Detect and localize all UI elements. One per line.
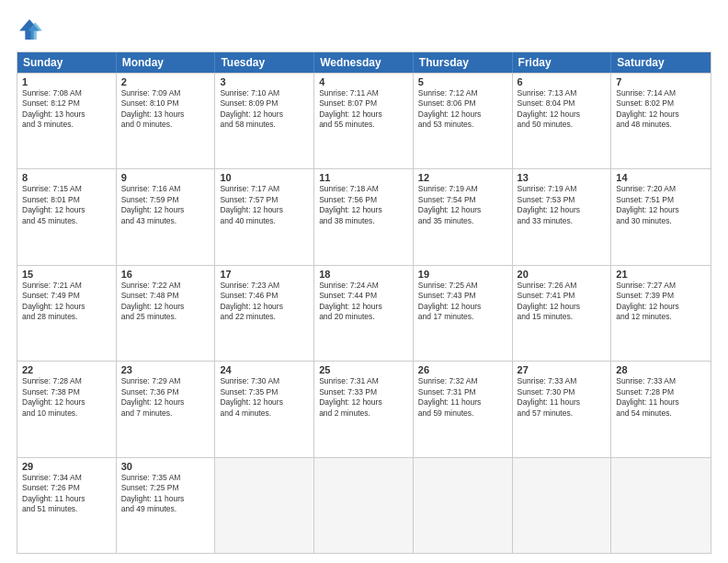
day-info: Sunrise: 7:17 AM Sunset: 7:57 PM Dayligh… bbox=[220, 184, 309, 226]
day-info: Sunrise: 7:22 AM Sunset: 7:48 PM Dayligh… bbox=[121, 281, 210, 323]
calendar-cell: 14Sunrise: 7:20 AM Sunset: 7:51 PM Dayli… bbox=[611, 169, 711, 264]
day-info: Sunrise: 7:12 AM Sunset: 8:06 PM Dayligh… bbox=[418, 88, 507, 131]
calendar-cell: 3Sunrise: 7:10 AM Sunset: 8:09 PM Daylig… bbox=[215, 74, 314, 168]
day-info: Sunrise: 7:09 AM Sunset: 8:10 PM Dayligh… bbox=[121, 88, 210, 131]
calendar-cell: 20Sunrise: 7:26 AM Sunset: 7:41 PM Dayli… bbox=[513, 266, 612, 361]
weekday-header: Saturday bbox=[611, 52, 711, 73]
day-info: Sunrise: 7:19 AM Sunset: 7:54 PM Dayligh… bbox=[418, 184, 507, 226]
calendar-cell: 13Sunrise: 7:19 AM Sunset: 7:53 PM Dayli… bbox=[513, 169, 612, 264]
logo-icon bbox=[17, 17, 42, 42]
weekday-header: Thursday bbox=[414, 52, 513, 73]
calendar-cell bbox=[611, 458, 711, 553]
day-info: Sunrise: 7:20 AM Sunset: 7:51 PM Dayligh… bbox=[616, 184, 706, 226]
day-info: Sunrise: 7:24 AM Sunset: 7:44 PM Dayligh… bbox=[319, 281, 408, 323]
header bbox=[17, 17, 711, 42]
weekday-header: Wednesday bbox=[314, 52, 414, 73]
day-number: 12 bbox=[418, 172, 507, 183]
weekday-header: Sunday bbox=[17, 52, 117, 73]
day-number: 23 bbox=[121, 364, 210, 375]
calendar-cell: 2Sunrise: 7:09 AM Sunset: 8:10 PM Daylig… bbox=[117, 74, 216, 168]
day-number: 13 bbox=[518, 172, 607, 183]
day-number: 24 bbox=[220, 364, 309, 375]
calendar-cell: 9Sunrise: 7:16 AM Sunset: 7:59 PM Daylig… bbox=[117, 169, 216, 264]
day-number: 30 bbox=[121, 461, 210, 472]
calendar-cell bbox=[414, 458, 513, 553]
calendar-cell: 29Sunrise: 7:34 AM Sunset: 7:26 PM Dayli… bbox=[17, 458, 117, 553]
page: SundayMondayTuesdayWednesdayThursdayFrid… bbox=[0, 0, 728, 563]
day-number: 17 bbox=[220, 269, 309, 280]
day-number: 28 bbox=[616, 364, 706, 375]
day-info: Sunrise: 7:34 AM Sunset: 7:26 PM Dayligh… bbox=[22, 473, 111, 515]
calendar-body: 1Sunrise: 7:08 AM Sunset: 8:12 PM Daylig… bbox=[17, 73, 711, 553]
calendar-cell: 24Sunrise: 7:30 AM Sunset: 7:35 PM Dayli… bbox=[215, 362, 314, 456]
calendar-row: 22Sunrise: 7:28 AM Sunset: 7:38 PM Dayli… bbox=[17, 361, 711, 456]
day-number: 10 bbox=[220, 172, 309, 183]
calendar-cell: 12Sunrise: 7:19 AM Sunset: 7:54 PM Dayli… bbox=[414, 169, 513, 264]
calendar-row: 15Sunrise: 7:21 AM Sunset: 7:49 PM Dayli… bbox=[17, 265, 711, 361]
calendar-cell: 28Sunrise: 7:33 AM Sunset: 7:28 PM Dayli… bbox=[611, 362, 711, 456]
day-number: 20 bbox=[518, 269, 607, 280]
calendar-cell: 22Sunrise: 7:28 AM Sunset: 7:38 PM Dayli… bbox=[17, 362, 117, 456]
day-info: Sunrise: 7:35 AM Sunset: 7:25 PM Dayligh… bbox=[121, 473, 210, 515]
day-info: Sunrise: 7:19 AM Sunset: 7:53 PM Dayligh… bbox=[518, 184, 607, 226]
day-info: Sunrise: 7:27 AM Sunset: 7:39 PM Dayligh… bbox=[616, 281, 706, 323]
day-number: 2 bbox=[121, 76, 210, 87]
calendar-cell: 30Sunrise: 7:35 AM Sunset: 7:25 PM Dayli… bbox=[117, 458, 216, 553]
calendar-cell: 10Sunrise: 7:17 AM Sunset: 7:57 PM Dayli… bbox=[215, 169, 314, 264]
day-info: Sunrise: 7:23 AM Sunset: 7:46 PM Dayligh… bbox=[220, 281, 309, 323]
calendar-cell: 17Sunrise: 7:23 AM Sunset: 7:46 PM Dayli… bbox=[215, 266, 314, 361]
day-number: 14 bbox=[616, 172, 706, 183]
calendar-cell bbox=[513, 458, 612, 553]
day-number: 8 bbox=[22, 172, 111, 183]
day-number: 3 bbox=[220, 76, 309, 87]
day-number: 4 bbox=[319, 76, 408, 87]
day-info: Sunrise: 7:10 AM Sunset: 8:09 PM Dayligh… bbox=[220, 88, 309, 131]
day-info: Sunrise: 7:31 AM Sunset: 7:33 PM Dayligh… bbox=[319, 376, 408, 419]
day-number: 6 bbox=[518, 76, 607, 87]
day-number: 26 bbox=[418, 364, 507, 375]
day-info: Sunrise: 7:16 AM Sunset: 7:59 PM Dayligh… bbox=[121, 184, 210, 226]
day-info: Sunrise: 7:28 AM Sunset: 7:38 PM Dayligh… bbox=[22, 376, 111, 419]
calendar: SundayMondayTuesdayWednesdayThursdayFrid… bbox=[17, 52, 711, 554]
day-info: Sunrise: 7:33 AM Sunset: 7:28 PM Dayligh… bbox=[616, 376, 706, 419]
day-info: Sunrise: 7:32 AM Sunset: 7:31 PM Dayligh… bbox=[418, 376, 507, 419]
day-number: 16 bbox=[121, 269, 210, 280]
day-info: Sunrise: 7:30 AM Sunset: 7:35 PM Dayligh… bbox=[220, 376, 309, 419]
day-info: Sunrise: 7:14 AM Sunset: 8:02 PM Dayligh… bbox=[616, 88, 706, 131]
day-number: 21 bbox=[616, 269, 706, 280]
calendar-cell: 1Sunrise: 7:08 AM Sunset: 8:12 PM Daylig… bbox=[17, 74, 117, 168]
weekday-header: Tuesday bbox=[215, 52, 314, 73]
calendar-cell: 11Sunrise: 7:18 AM Sunset: 7:56 PM Dayli… bbox=[314, 169, 414, 264]
calendar-cell bbox=[215, 458, 314, 553]
day-number: 22 bbox=[22, 364, 111, 375]
day-number: 19 bbox=[418, 269, 507, 280]
calendar-row: 1Sunrise: 7:08 AM Sunset: 8:12 PM Daylig… bbox=[17, 73, 711, 168]
calendar-cell: 21Sunrise: 7:27 AM Sunset: 7:39 PM Dayli… bbox=[611, 266, 711, 361]
day-info: Sunrise: 7:18 AM Sunset: 7:56 PM Dayligh… bbox=[319, 184, 408, 226]
day-number: 11 bbox=[319, 172, 408, 183]
day-number: 29 bbox=[22, 461, 111, 472]
calendar-cell: 19Sunrise: 7:25 AM Sunset: 7:43 PM Dayli… bbox=[414, 266, 513, 361]
day-number: 1 bbox=[22, 76, 111, 87]
day-info: Sunrise: 7:11 AM Sunset: 8:07 PM Dayligh… bbox=[319, 88, 408, 131]
day-number: 7 bbox=[616, 76, 706, 87]
day-info: Sunrise: 7:08 AM Sunset: 8:12 PM Dayligh… bbox=[22, 88, 111, 131]
day-number: 5 bbox=[418, 76, 507, 87]
day-number: 27 bbox=[518, 364, 607, 375]
day-info: Sunrise: 7:21 AM Sunset: 7:49 PM Dayligh… bbox=[22, 281, 111, 323]
calendar-cell: 23Sunrise: 7:29 AM Sunset: 7:36 PM Dayli… bbox=[117, 362, 216, 456]
calendar-cell: 8Sunrise: 7:15 AM Sunset: 8:01 PM Daylig… bbox=[17, 169, 117, 264]
calendar-cell: 4Sunrise: 7:11 AM Sunset: 8:07 PM Daylig… bbox=[314, 74, 414, 168]
weekday-header: Monday bbox=[117, 52, 216, 73]
calendar-cell: 15Sunrise: 7:21 AM Sunset: 7:49 PM Dayli… bbox=[17, 266, 117, 361]
calendar-header: SundayMondayTuesdayWednesdayThursdayFrid… bbox=[17, 52, 711, 73]
day-info: Sunrise: 7:26 AM Sunset: 7:41 PM Dayligh… bbox=[518, 281, 607, 323]
calendar-cell: 26Sunrise: 7:32 AM Sunset: 7:31 PM Dayli… bbox=[414, 362, 513, 456]
calendar-row: 29Sunrise: 7:34 AM Sunset: 7:26 PM Dayli… bbox=[17, 457, 711, 553]
day-info: Sunrise: 7:29 AM Sunset: 7:36 PM Dayligh… bbox=[121, 376, 210, 419]
day-number: 15 bbox=[22, 269, 111, 280]
weekday-header: Friday bbox=[513, 52, 612, 73]
logo bbox=[17, 17, 46, 42]
calendar-row: 8Sunrise: 7:15 AM Sunset: 8:01 PM Daylig… bbox=[17, 168, 711, 264]
calendar-cell: 7Sunrise: 7:14 AM Sunset: 8:02 PM Daylig… bbox=[611, 74, 711, 168]
